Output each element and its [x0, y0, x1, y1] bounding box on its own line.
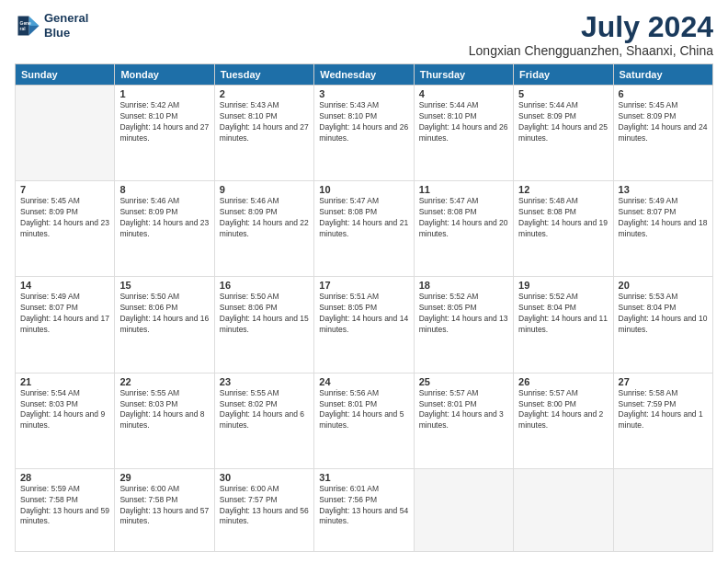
day-number: 4	[419, 88, 508, 99]
page: Gene ral General Blue July 2024 Longxian…	[0, 0, 728, 563]
week-row-5: 28Sunrise: 5:59 AMSunset: 7:58 PMDayligh…	[16, 468, 713, 551]
day-number: 7	[20, 184, 109, 195]
day-number: 29	[119, 472, 209, 483]
day-info: Sunrise: 5:43 AMSunset: 8:10 PMDaylight:…	[319, 100, 408, 144]
day-cell	[613, 468, 712, 551]
week-row-3: 14Sunrise: 5:49 AMSunset: 8:07 PMDayligh…	[16, 277, 713, 373]
day-info: Sunrise: 5:53 AMSunset: 8:04 PMDaylight:…	[619, 292, 708, 336]
day-cell	[414, 468, 513, 551]
day-cell: 8Sunrise: 5:46 AMSunset: 8:09 PMDaylight…	[115, 181, 214, 277]
col-header-tuesday: Tuesday	[214, 64, 313, 86]
day-number: 17	[319, 280, 408, 291]
day-cell: 30Sunrise: 6:00 AMSunset: 7:57 PMDayligh…	[214, 468, 313, 551]
day-info: Sunrise: 5:50 AMSunset: 8:06 PMDaylight:…	[119, 292, 209, 336]
day-number: 18	[419, 280, 508, 291]
logo: Gene ral General Blue	[15, 11, 88, 40]
day-number: 13	[619, 184, 708, 195]
week-row-4: 21Sunrise: 5:54 AMSunset: 8:03 PMDayligh…	[16, 373, 713, 468]
day-info: Sunrise: 5:56 AMSunset: 8:01 PMDaylight:…	[319, 388, 408, 432]
day-number: 8	[119, 184, 209, 195]
day-info: Sunrise: 5:59 AMSunset: 7:58 PMDaylight:…	[20, 484, 109, 528]
day-info: Sunrise: 5:50 AMSunset: 8:06 PMDaylight:…	[220, 292, 309, 336]
logo-text: General Blue	[44, 11, 88, 40]
day-number: 9	[220, 184, 309, 195]
day-info: Sunrise: 5:44 AMSunset: 8:10 PMDaylight:…	[419, 100, 508, 144]
day-cell: 26Sunrise: 5:57 AMSunset: 8:00 PMDayligh…	[514, 373, 613, 468]
day-info: Sunrise: 5:45 AMSunset: 8:09 PMDaylight:…	[20, 196, 109, 240]
calendar-table: SundayMondayTuesdayWednesdayThursdayFrid…	[15, 63, 713, 552]
day-number: 31	[319, 472, 408, 483]
day-number: 2	[220, 88, 309, 99]
day-number: 5	[518, 88, 608, 99]
day-cell	[16, 86, 115, 181]
day-number: 27	[619, 376, 708, 387]
day-number: 30	[220, 472, 309, 483]
day-cell: 19Sunrise: 5:52 AMSunset: 8:04 PMDayligh…	[514, 277, 613, 373]
svg-rect-2	[18, 16, 29, 35]
day-number: 26	[518, 376, 608, 387]
day-cell: 25Sunrise: 5:57 AMSunset: 8:01 PMDayligh…	[414, 373, 513, 468]
week-row-2: 7Sunrise: 5:45 AMSunset: 8:09 PMDaylight…	[16, 181, 713, 277]
day-cell: 5Sunrise: 5:44 AMSunset: 8:09 PMDaylight…	[514, 86, 613, 181]
header-row: SundayMondayTuesdayWednesdayThursdayFrid…	[16, 64, 713, 86]
day-number: 16	[220, 280, 309, 291]
week-row-1: 1Sunrise: 5:42 AMSunset: 8:10 PMDaylight…	[16, 86, 713, 181]
day-cell: 29Sunrise: 6:00 AMSunset: 7:58 PMDayligh…	[115, 468, 214, 551]
day-cell: 28Sunrise: 5:59 AMSunset: 7:58 PMDayligh…	[16, 468, 115, 551]
day-info: Sunrise: 5:46 AMSunset: 8:09 PMDaylight:…	[119, 196, 209, 240]
day-info: Sunrise: 5:49 AMSunset: 8:07 PMDaylight:…	[619, 196, 708, 240]
day-cell: 31Sunrise: 6:01 AMSunset: 7:56 PMDayligh…	[314, 468, 414, 551]
day-cell: 20Sunrise: 5:53 AMSunset: 8:04 PMDayligh…	[613, 277, 712, 373]
col-header-sunday: Sunday	[16, 64, 115, 86]
day-info: Sunrise: 5:47 AMSunset: 8:08 PMDaylight:…	[419, 196, 508, 240]
day-info: Sunrise: 5:55 AMSunset: 8:03 PMDaylight:…	[119, 388, 209, 432]
day-number: 21	[20, 376, 109, 387]
day-info: Sunrise: 5:57 AMSunset: 8:01 PMDaylight:…	[419, 388, 508, 432]
day-info: Sunrise: 6:00 AMSunset: 7:57 PMDaylight:…	[220, 484, 309, 528]
day-info: Sunrise: 5:45 AMSunset: 8:09 PMDaylight:…	[619, 100, 708, 144]
day-number: 23	[220, 376, 309, 387]
day-cell: 6Sunrise: 5:45 AMSunset: 8:09 PMDaylight…	[613, 86, 712, 181]
day-cell: 2Sunrise: 5:43 AMSunset: 8:10 PMDaylight…	[214, 86, 313, 181]
logo-line2: Blue	[44, 26, 88, 40]
day-cell: 10Sunrise: 5:47 AMSunset: 8:08 PMDayligh…	[314, 181, 414, 277]
day-info: Sunrise: 5:52 AMSunset: 8:05 PMDaylight:…	[419, 292, 508, 336]
logo-line1: General	[44, 11, 88, 26]
day-cell: 11Sunrise: 5:47 AMSunset: 8:08 PMDayligh…	[414, 181, 513, 277]
day-info: Sunrise: 6:01 AMSunset: 7:56 PMDaylight:…	[319, 484, 408, 528]
day-number: 20	[619, 280, 708, 291]
day-cell: 16Sunrise: 5:50 AMSunset: 8:06 PMDayligh…	[214, 277, 313, 373]
day-cell: 3Sunrise: 5:43 AMSunset: 8:10 PMDaylight…	[314, 86, 414, 181]
day-number: 1	[119, 88, 209, 99]
col-header-wednesday: Wednesday	[314, 64, 414, 86]
day-cell: 15Sunrise: 5:50 AMSunset: 8:06 PMDayligh…	[115, 277, 214, 373]
location-title: Longxian Chengguanzhen, Shaanxi, China	[469, 43, 713, 58]
logo-icon: Gene ral	[15, 13, 40, 39]
svg-text:Gene: Gene	[20, 20, 32, 25]
day-cell: 13Sunrise: 5:49 AMSunset: 8:07 PMDayligh…	[613, 181, 712, 277]
day-info: Sunrise: 5:44 AMSunset: 8:09 PMDaylight:…	[518, 100, 608, 144]
day-cell: 12Sunrise: 5:48 AMSunset: 8:08 PMDayligh…	[514, 181, 613, 277]
day-info: Sunrise: 5:43 AMSunset: 8:10 PMDaylight:…	[220, 100, 309, 144]
day-cell: 4Sunrise: 5:44 AMSunset: 8:10 PMDaylight…	[414, 86, 513, 181]
day-cell	[514, 468, 613, 551]
day-info: Sunrise: 5:58 AMSunset: 7:59 PMDaylight:…	[619, 388, 708, 432]
day-info: Sunrise: 5:46 AMSunset: 8:09 PMDaylight:…	[220, 196, 309, 240]
day-info: Sunrise: 5:54 AMSunset: 8:03 PMDaylight:…	[20, 388, 109, 432]
day-cell: 14Sunrise: 5:49 AMSunset: 8:07 PMDayligh…	[16, 277, 115, 373]
day-number: 11	[419, 184, 508, 195]
day-number: 6	[619, 88, 708, 99]
day-info: Sunrise: 5:51 AMSunset: 8:05 PMDaylight:…	[319, 292, 408, 336]
day-number: 19	[518, 280, 608, 291]
day-info: Sunrise: 5:42 AMSunset: 8:10 PMDaylight:…	[119, 100, 209, 144]
day-number: 28	[20, 472, 109, 483]
title-block: July 2024 Longxian Chengguanzhen, Shaanx…	[469, 11, 713, 58]
day-cell: 21Sunrise: 5:54 AMSunset: 8:03 PMDayligh…	[16, 373, 115, 468]
day-info: Sunrise: 5:48 AMSunset: 8:08 PMDaylight:…	[518, 196, 608, 240]
day-info: Sunrise: 5:49 AMSunset: 8:07 PMDaylight:…	[20, 292, 109, 336]
col-header-monday: Monday	[115, 64, 214, 86]
day-number: 15	[119, 280, 209, 291]
day-number: 10	[319, 184, 408, 195]
day-cell: 1Sunrise: 5:42 AMSunset: 8:10 PMDaylight…	[115, 86, 214, 181]
day-cell: 17Sunrise: 5:51 AMSunset: 8:05 PMDayligh…	[314, 277, 414, 373]
